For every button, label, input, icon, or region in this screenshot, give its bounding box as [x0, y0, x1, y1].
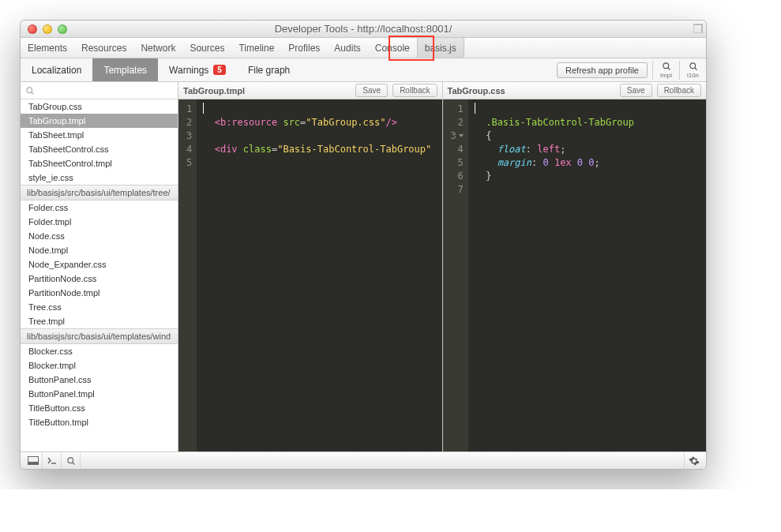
file-item[interactable]: TitleButton.tmpl	[21, 415, 178, 429]
save-button[interactable]: Save	[355, 84, 388, 97]
save-button[interactable]: Save	[620, 84, 652, 97]
titlebar: Developer Tools - http://localhost:8001/	[21, 21, 706, 38]
editor-tmpl: TabGroup.tmpl Save Rollback 1 2 3 4 5 <b…	[178, 82, 443, 451]
code-lines[interactable]: <b:resource src="TabGroup.css"/> <div cl…	[197, 99, 441, 451]
svg-point-9	[67, 457, 73, 463]
file-item[interactable]: TabGroup.tmpl	[21, 114, 178, 128]
rollback-button[interactable]: Rollback	[392, 84, 437, 97]
devtools-window: Developer Tools - http://localhost:8001/…	[20, 20, 707, 470]
subtab-warnings[interactable]: Warnings5	[158, 58, 237, 81]
group-header[interactable]: lib/basisjs/src/basis/ui/templates/tree/	[21, 185, 178, 200]
file-item[interactable]: Node_Expander.css	[21, 257, 178, 272]
search-icon	[25, 86, 35, 96]
tab-elements[interactable]: Elements	[21, 38, 74, 58]
file-sidebar: TabGroup.css TabGroup.tmpl TabSheet.tmpl…	[21, 82, 178, 451]
editors: TabGroup.tmpl Save Rollback 1 2 3 4 5 <b…	[178, 82, 706, 451]
l10n-search-button[interactable]: l10n	[679, 61, 706, 80]
file-item[interactable]: Folder.css	[21, 200, 178, 215]
editor-title: TabGroup.tmpl	[183, 86, 351, 96]
tab-timeline[interactable]: Timeline	[231, 38, 281, 58]
settings-icon[interactable]	[684, 453, 703, 469]
svg-point-2	[689, 62, 695, 68]
editor-css: TabGroup.css Save Rollback 1 2 3 4 5 6 7…	[443, 82, 707, 451]
window-title: Developer Tools - http://localhost:8001/	[21, 23, 706, 35]
file-item[interactable]: ButtonPanel.css	[21, 373, 178, 387]
tab-resources[interactable]: Resources	[74, 38, 133, 58]
file-item[interactable]: TabSheetControl.css	[21, 142, 178, 156]
svg-point-4	[27, 87, 32, 92]
tmpl-search-button[interactable]: tmpl	[652, 61, 679, 80]
svg-line-1	[667, 67, 670, 69]
file-item[interactable]: style_ie.css	[21, 170, 178, 185]
tab-sources[interactable]: Sources	[182, 38, 231, 58]
tab-audits[interactable]: Audits	[327, 38, 367, 58]
fold-icon[interactable]	[459, 134, 464, 137]
group-header[interactable]: lib/basisjs/src/basis/ui/templates/wind	[21, 328, 178, 344]
search-icon	[662, 62, 671, 71]
svg-line-5	[32, 92, 34, 94]
file-item[interactable]: TabSheetControl.tmpl	[21, 156, 178, 170]
console-icon[interactable]	[43, 453, 62, 469]
gutter: 1 2 3 4 5 6 7	[443, 99, 468, 451]
file-item[interactable]: Node.css	[21, 229, 178, 243]
file-item[interactable]: Blocker.tmpl	[21, 358, 178, 373]
content-area: TabGroup.css TabGroup.tmpl TabSheet.tmpl…	[21, 82, 706, 451]
subtab-templates[interactable]: Templates	[92, 58, 158, 81]
zoom-icon[interactable]	[58, 24, 67, 34]
svg-line-3	[694, 67, 697, 69]
tab-basisjs[interactable]: basis.js	[417, 38, 464, 58]
resize-icon[interactable]	[693, 24, 703, 33]
file-item[interactable]: PartitionNode.tmpl	[21, 286, 178, 300]
search-icon	[689, 62, 698, 71]
search-footer-icon[interactable]	[62, 453, 81, 469]
svg-line-10	[72, 462, 74, 464]
file-item[interactable]: Tree.css	[21, 300, 178, 314]
search-input[interactable]	[21, 82, 178, 99]
close-icon[interactable]	[28, 24, 37, 34]
file-item[interactable]: Tree.tmpl	[21, 314, 178, 328]
file-item[interactable]: TabSheet.tmpl	[21, 128, 178, 142]
sub-toolbar: Localization Templates Warnings5 File gr…	[21, 58, 706, 82]
svg-point-0	[663, 62, 668, 68]
gutter: 1 2 3 4 5	[178, 99, 197, 451]
file-item[interactable]: TabGroup.css	[21, 99, 178, 114]
tab-network[interactable]: Network	[133, 38, 182, 58]
file-item[interactable]: Folder.tmpl	[21, 215, 178, 229]
code-editor[interactable]: 1 2 3 4 5 6 7 .Basis-TabControl-TabGroup…	[443, 99, 707, 451]
warnings-badge: 5	[213, 65, 226, 75]
devtools-tabs: Elements Resources Network Sources Timel…	[21, 38, 706, 58]
code-lines[interactable]: .Basis-TabControl-TabGroup { float: left…	[468, 99, 706, 451]
file-item[interactable]: PartitionNode.css	[21, 272, 178, 286]
svg-rect-7	[28, 462, 38, 465]
tab-console[interactable]: Console	[368, 38, 417, 58]
subtab-localization[interactable]: Localization	[21, 58, 92, 81]
file-item[interactable]: Node.tmpl	[21, 243, 178, 257]
footer-bar	[21, 451, 706, 469]
minimize-icon[interactable]	[43, 24, 52, 34]
file-item[interactable]: TitleButton.css	[21, 401, 178, 415]
dock-icon[interactable]	[24, 453, 43, 469]
subtab-filegraph[interactable]: File graph	[237, 58, 301, 81]
rollback-button[interactable]: Rollback	[657, 84, 701, 97]
refresh-button[interactable]: Refresh app profile	[557, 62, 648, 78]
editor-title: TabGroup.css	[448, 86, 615, 96]
file-item[interactable]: Blocker.css	[21, 344, 178, 358]
file-item[interactable]: ButtonPanel.tmpl	[21, 387, 178, 401]
tab-profiles[interactable]: Profiles	[281, 38, 327, 58]
file-list[interactable]: TabGroup.css TabGroup.tmpl TabSheet.tmpl…	[21, 99, 178, 451]
code-editor[interactable]: 1 2 3 4 5 <b:resource src="TabGroup.css"…	[178, 99, 442, 451]
